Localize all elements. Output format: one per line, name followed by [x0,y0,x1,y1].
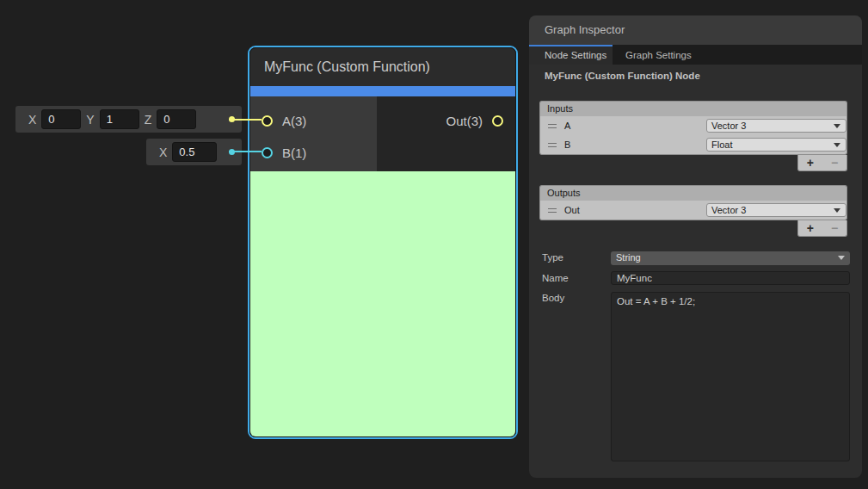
node-input-ports: A(3) B(1) [250,96,377,171]
body-field[interactable]: Out = A + B + 1/2; [611,292,850,461]
inputs-list-body: A Vector 3 B Float [539,116,847,155]
vector3-y-field[interactable] [100,109,139,129]
wire-vector3-to-a [229,119,262,121]
type-dropdown[interactable]: String [611,251,850,265]
vector3-x-field[interactable] [41,109,81,129]
port-b-icon[interactable] [262,147,273,158]
inspector-tab-row: Node Settings Graph Settings [529,45,862,65]
inputs-list: Inputs A Vector 3 B Float + − [539,101,847,171]
outputs-list: Outputs Out Vector 3 + − [539,185,847,237]
input-a-name: A [564,121,570,131]
remove-output-button[interactable]: − [831,222,838,234]
axis-label-y: Y [86,113,94,127]
port-a-icon[interactable] [262,115,273,127]
name-label: Name [542,273,569,283]
node-output-ports: Out(3) [377,96,515,171]
axis-label-x: X [159,145,167,159]
type-value: String [616,252,641,263]
vector3-inline-widget: X Y Z [15,106,242,133]
vector3-z-field[interactable] [157,109,196,129]
wire-float-to-b [229,151,262,152]
tab-graph-settings[interactable]: Graph Settings [613,45,716,65]
input-row-a[interactable]: A Vector 3 [540,116,846,135]
node-preview [250,171,515,436]
name-field[interactable] [611,271,850,285]
outputs-list-title: Outputs [539,185,847,201]
drag-handle-icon[interactable] [548,143,557,147]
chevron-down-icon [834,143,840,147]
node-title: MyFunc (Custom Function) [250,48,515,86]
chevron-down-icon [834,208,840,213]
port-out-icon[interactable] [492,115,503,127]
input-a-type-dropdown[interactable]: Vector 3 [706,119,846,133]
port-row-a: A(3) [250,109,377,132]
input-b-type-value: Float [711,139,732,150]
chevron-down-icon [838,256,845,260]
chevron-down-icon [834,124,840,128]
float-inline-widget: X [146,139,242,165]
node-ports: A(3) B(1) Out(3) [250,96,515,171]
input-b-name: B [564,139,570,150]
output-out-type-value: Vector 3 [711,205,746,215]
remove-input-button[interactable]: − [831,157,838,169]
add-input-button[interactable]: + [807,157,814,169]
body-label: Body [542,293,564,303]
output-row-out[interactable]: Out Vector 3 [540,201,846,220]
input-row-b[interactable]: B Float [540,135,846,154]
float-x-field[interactable] [172,142,217,162]
inputs-list-title: Inputs [539,101,847,116]
output-out-type-dropdown[interactable]: Vector 3 [706,203,846,217]
drag-handle-icon[interactable] [548,208,557,213]
output-out-name: Out [564,205,580,215]
outputs-list-body: Out Vector 3 [539,201,847,220]
input-a-type-value: Vector 3 [711,121,746,131]
port-row-b: B(1) [250,141,377,164]
add-output-button[interactable]: + [807,222,814,234]
port-a-label: A(3) [282,114,306,128]
inputs-list-footer: + − [797,155,847,171]
axis-label-x: X [28,113,36,127]
port-row-out: Out(3) [377,109,515,132]
tab-node-settings[interactable]: Node Settings [529,45,613,65]
drag-handle-icon[interactable] [548,124,557,128]
node-accent-bar [250,86,515,96]
node-settings-heading: MyFunc (Custom Function) Node [545,71,700,81]
type-label: Type [542,252,563,263]
graph-inspector-panel: Graph Inspector Node Settings Graph Sett… [529,15,862,478]
myfunc-custom-function-node[interactable]: MyFunc (Custom Function) A(3) B(1) Out(3… [248,46,518,439]
graph-inspector-title[interactable]: Graph Inspector [529,15,862,45]
input-b-type-dropdown[interactable]: Float [706,138,846,152]
axis-label-z: Z [145,113,152,127]
port-out-label: Out(3) [446,114,483,128]
node-body: MyFunc (Custom Function) A(3) B(1) Out(3… [249,47,516,437]
outputs-list-footer: + − [797,220,847,237]
port-b-label: B(1) [282,145,306,160]
